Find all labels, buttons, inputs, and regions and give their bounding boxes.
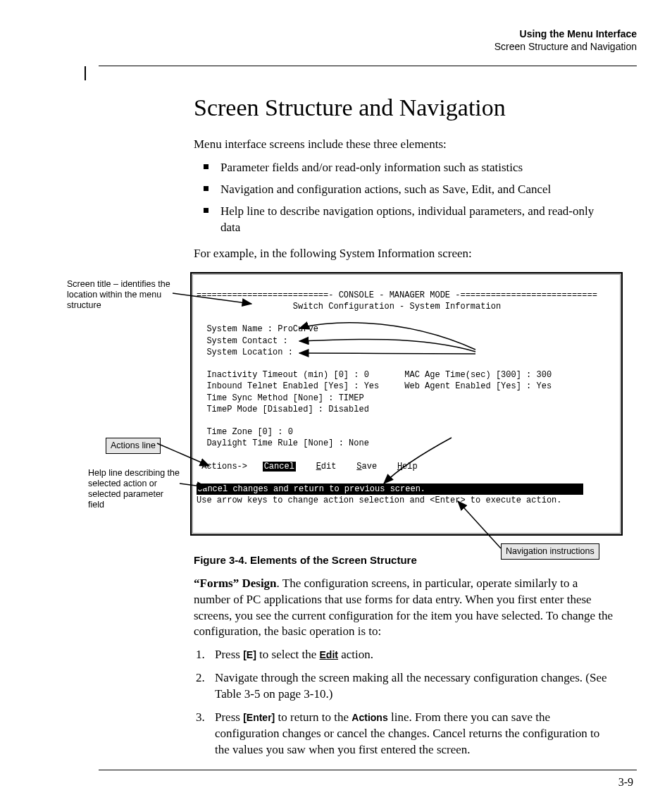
callout-nav-instructions: Navigation instructions xyxy=(501,543,599,560)
bold-edit: Edit xyxy=(320,649,338,660)
action-save: ave xyxy=(361,462,377,472)
timezone: Time Zone [0] : 0 xyxy=(206,427,292,437)
list-item: Press [E] to select the Edit action. xyxy=(208,647,616,663)
macage: MAC Age Time(sec) [300] : 300 xyxy=(404,370,552,380)
syscontact: System Contact : xyxy=(206,336,287,346)
bold-actions: Actions xyxy=(351,712,387,723)
action-cancel: Cancel xyxy=(263,462,296,472)
actions-label: Actions-> xyxy=(201,462,247,472)
list-item: Help line to describe navigation options… xyxy=(194,204,616,236)
console-rule: ==========================- CONSOLE - MA… xyxy=(197,290,597,300)
console-subtitle: Switch Configuration - System Informatio… xyxy=(293,302,501,312)
top-rule-tick xyxy=(85,66,86,80)
key-e: [E] xyxy=(243,649,256,660)
forms-heading: “Forms” Design xyxy=(194,577,277,590)
forms-paragraph: “Forms” Design. The configuration screen… xyxy=(194,576,616,641)
action-edit-u: E xyxy=(316,462,321,472)
example-lead: For example, in the following System Inf… xyxy=(194,246,616,262)
dst: Daylight Time Rule [None] : None xyxy=(206,438,368,448)
running-header: Using the Menu Interface Screen Structur… xyxy=(35,28,637,53)
nav-line: Use arrow keys to change action selectio… xyxy=(197,495,561,505)
page-number: 3-9 xyxy=(618,776,633,789)
list-item: Parameter fields and/or read-only inform… xyxy=(194,160,616,176)
help-line: Cancel changes and return to previous sc… xyxy=(197,483,583,495)
timepmode: TimeP Mode [Disabled] : Disabled xyxy=(206,405,368,414)
inactivity: Inactivity Timeout (min) [0] : 0 xyxy=(206,370,368,380)
callout-actions-line: Actions line xyxy=(106,438,161,454)
list-item: Press [Enter] to return to the Actions l… xyxy=(208,710,616,758)
figure: Screen title – identifies the location w… xyxy=(67,272,623,547)
action-edit: dit xyxy=(321,462,337,472)
list-item: Navigation and configuration actions, su… xyxy=(194,182,616,198)
steps-list: Press [E] to select the Edit action. Nav… xyxy=(194,647,616,758)
telnet: Inbound Telnet Enabled [Yes] : Yes xyxy=(206,381,379,391)
callout-screen-title: Screen title – identifies the location w… xyxy=(67,279,173,311)
sysname-label: System Name : xyxy=(206,324,278,334)
page-title: Screen Structure and Navigation xyxy=(194,94,616,121)
webagent: Web Agent Enabled [Yes] : Yes xyxy=(404,381,552,391)
key-enter: [Enter] xyxy=(243,712,275,723)
running-header-bold: Using the Menu Interface xyxy=(520,28,637,39)
bullet-list: Parameter fields and/or read-only inform… xyxy=(194,160,616,236)
list-item: Navigate through the screen making all t… xyxy=(208,670,616,703)
intro-paragraph: Menu interface screens include these thr… xyxy=(194,137,616,153)
action-help: elp xyxy=(402,462,418,472)
sysname-value: ProCurve xyxy=(278,324,318,334)
console-screenshot: ==========================- CONSOLE - MA… xyxy=(190,272,623,536)
running-header-sub: Screen Structure and Navigation xyxy=(494,41,637,52)
timesync: Time Sync Method [None] : TIMEP xyxy=(206,393,363,403)
callout-help-line: Help line describing the selected action… xyxy=(88,468,180,510)
top-rule xyxy=(99,66,637,66)
bottom-rule xyxy=(99,770,637,770)
syslocation: System Location : xyxy=(206,347,292,357)
